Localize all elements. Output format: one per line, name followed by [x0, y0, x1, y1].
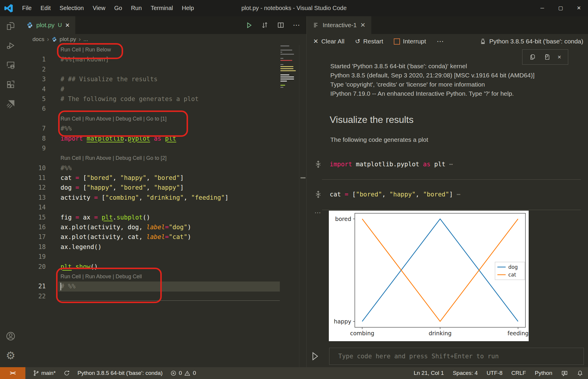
codelens-actions[interactable]: Run Cell | Run Above | Debug Cell | Go t… — [46, 153, 166, 163]
export-output-icon[interactable] — [543, 53, 550, 61]
line-number: 2 — [21, 65, 46, 74]
run-input-icon[interactable] — [310, 351, 319, 361]
codelens-actions[interactable]: Run Cell | Run Above | Debug Cell | Go t… — [46, 114, 166, 124]
breadcrumb-file[interactable]: plot.py — [60, 36, 76, 43]
interactive-toolbar: ✕ Clear All ↺ Restart Interrupt ⋯ Python… — [307, 34, 588, 49]
menu-run[interactable]: Run — [127, 5, 146, 11]
code-line[interactable]: ax.plot(activity, dog, label="dog") — [46, 222, 191, 232]
interactive-code-cell[interactable]: cat = ["bored", "happy", "bored"] ⋯ — [307, 188, 460, 200]
code-line[interactable]: # The following code generates a plot — [46, 94, 199, 104]
indentation-item[interactable]: Spaces: 4 — [453, 370, 478, 376]
problems-item[interactable]: 0 0 — [170, 370, 196, 376]
breadcrumb-folder[interactable]: docs — [32, 36, 44, 43]
code-row: 1#%%[markdown] — [21, 55, 299, 64]
line-number: 10 — [21, 163, 46, 173]
interrupt-icon — [394, 38, 400, 45]
sync-button[interactable] — [63, 370, 70, 376]
menu-selection[interactable]: Selection — [55, 5, 88, 11]
remote-indicator[interactable]: >< — [0, 367, 25, 379]
minimize-button[interactable]: ─ — [533, 0, 551, 16]
code-line[interactable]: dog = ["happy", "bored", "happy"] — [46, 183, 184, 193]
collapse-output-icon[interactable]: ⋯ — [314, 209, 321, 217]
minimap-line — [280, 60, 292, 61]
code-line[interactable]: import matplotlib.pyplot as plt — [46, 134, 176, 144]
eol-item[interactable]: CRLF — [511, 370, 526, 376]
restart-button[interactable]: ↺ Restart — [355, 38, 383, 45]
language-mode-item[interactable]: Python — [535, 370, 552, 376]
menu-edit[interactable]: Edit — [36, 5, 55, 11]
settings-gear-icon[interactable]: ⚙ — [0, 346, 21, 365]
tab-interactive-1[interactable]: Interactive-1 ✕ — [307, 16, 371, 34]
close-tab-icon[interactable]: ✕ — [360, 22, 366, 29]
output-hover-toolbar: ✕ — [522, 49, 568, 65]
menu-file[interactable]: File — [18, 5, 36, 11]
code-line[interactable]: ax.legend() — [46, 242, 102, 252]
tab-plot-py[interactable]: plot.py U ✕ — [21, 16, 75, 34]
menu-go[interactable]: Go — [110, 5, 127, 11]
line-number: 9 — [21, 144, 46, 153]
code-row: 10#%% — [21, 163, 299, 173]
run-and-debug-icon[interactable] — [0, 36, 21, 55]
codelens-actions[interactable]: Run Cell | Run Below — [46, 45, 111, 55]
code-line[interactable]: cat = ["bored", "happy", "bored"] — [46, 173, 184, 183]
code-line[interactable]: #%% — [46, 163, 72, 173]
codelens-actions[interactable]: Run Cell | Run Above | Debug Cell — [46, 272, 142, 282]
close-tab-icon[interactable]: ✕ — [65, 22, 70, 29]
git-branch-item[interactable]: main* — [33, 370, 56, 376]
menu-help[interactable]: Help — [177, 5, 198, 11]
code-line[interactable]: fig = ax = plt.subplot() — [46, 213, 150, 222]
markdown-paragraph: The following code generates a plot — [330, 136, 428, 143]
extensions-icon[interactable] — [0, 75, 21, 94]
line-number: 16 — [21, 222, 46, 232]
menu-view[interactable]: View — [88, 5, 110, 11]
code-line[interactable]: #%%[markdown] — [46, 55, 109, 64]
code-line[interactable]: ax.plot(activity, cat, label="cat") — [46, 232, 191, 242]
code-line[interactable]: activity = ["combing", "drinking", "feed… — [46, 193, 228, 203]
python-file-icon — [27, 22, 33, 28]
interrupt-button[interactable]: Interrupt — [394, 38, 426, 45]
interactive-code-cell[interactable]: import matplotlib.pyplot as plt ⋯ — [307, 158, 453, 170]
codelens-row: Run Cell | Run Above | Debug Cell | Go t… — [21, 114, 299, 124]
current-line-highlight — [58, 282, 280, 291]
close-window-button[interactable]: ✕ — [570, 0, 588, 16]
interactive-code-input[interactable] — [329, 348, 584, 365]
codelens-row: Run Cell | Run Below — [21, 45, 299, 55]
code-line[interactable]: plt.show() — [46, 262, 98, 272]
code-row: 6 — [21, 104, 299, 114]
close-output-icon[interactable]: ✕ — [557, 54, 561, 60]
more-actions-icon[interactable]: ⋯ — [437, 38, 444, 45]
minimap-line — [280, 87, 283, 88]
python-interpreter-item[interactable]: Python 3.8.5 64-bit ('base': conda) — [78, 370, 163, 376]
editor-scrollbar-track[interactable] — [299, 45, 299, 367]
code-line[interactable]: #%% — [46, 124, 72, 134]
cursor-position-item[interactable]: Ln 21, Col 1 — [414, 370, 444, 376]
minimap[interactable] — [280, 45, 297, 96]
maximize-button[interactable]: ▢ — [551, 0, 570, 16]
goto-cell-icon[interactable] — [307, 160, 330, 168]
feedback-item[interactable] — [561, 370, 568, 377]
code-editor[interactable]: Run Cell | Run Below1#%%[markdown]23# ##… — [21, 45, 299, 367]
encoding-item[interactable]: UTF-8 — [486, 370, 502, 376]
clear-all-button[interactable]: ✕ Clear All — [313, 38, 344, 45]
cell-boundary-line — [58, 300, 280, 301]
title-bar: FileEditSelectionViewGoRunTerminalHelp p… — [0, 0, 588, 16]
custom-extension-icon[interactable] — [0, 94, 21, 114]
explorer-icon[interactable] — [0, 16, 21, 36]
goto-cell-icon[interactable] — [307, 190, 330, 199]
copy-output-icon[interactable] — [529, 53, 536, 61]
markdown-heading: Visualize the results — [330, 114, 414, 125]
compare-changes-icon[interactable] — [261, 21, 269, 29]
notifications-item[interactable] — [577, 370, 583, 376]
cell-separator — [322, 210, 581, 210]
code-line[interactable]: # — [46, 84, 64, 94]
more-actions-icon[interactable]: ⋯ — [293, 22, 300, 29]
split-editor-icon[interactable] — [277, 21, 285, 29]
code-line[interactable]: # ## Visualize the results — [46, 74, 158, 84]
kernel-picker[interactable]: Python 3.8.5 64-bit ('base': conda) — [480, 38, 588, 45]
run-python-file-icon[interactable] — [245, 21, 253, 29]
breadcrumb[interactable]: docs › plot.py › ... — [21, 34, 306, 44]
accounts-icon[interactable] — [0, 326, 21, 346]
remote-explorer-icon[interactable] — [0, 55, 21, 75]
breadcrumb-symbol[interactable]: ... — [83, 36, 88, 43]
menu-terminal[interactable]: Terminal — [146, 5, 177, 11]
